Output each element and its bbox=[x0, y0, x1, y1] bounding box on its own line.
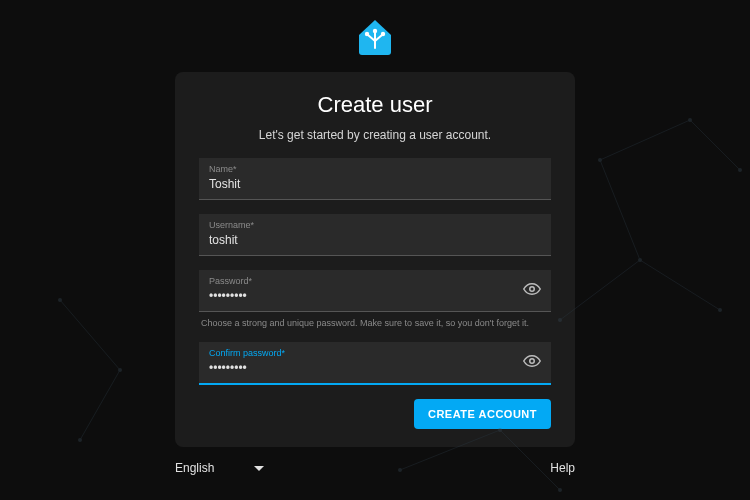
svg-point-24 bbox=[373, 29, 377, 33]
svg-point-18 bbox=[58, 298, 62, 302]
confirm-password-input[interactable] bbox=[209, 359, 541, 377]
language-value: English bbox=[175, 461, 214, 475]
eye-icon[interactable] bbox=[523, 352, 541, 374]
confirm-password-label: Confirm password* bbox=[209, 348, 541, 358]
svg-line-0 bbox=[600, 120, 690, 160]
username-field[interactable]: Username* bbox=[199, 214, 551, 256]
svg-point-17 bbox=[558, 488, 562, 492]
create-user-card: Create user Let's get started by creatin… bbox=[175, 72, 575, 447]
name-input[interactable] bbox=[209, 175, 541, 193]
help-link[interactable]: Help bbox=[550, 461, 575, 475]
name-label: Name* bbox=[209, 164, 541, 174]
svg-point-12 bbox=[638, 258, 642, 262]
confirm-password-field[interactable]: Confirm password* bbox=[199, 342, 551, 385]
name-field[interactable]: Name* bbox=[199, 158, 551, 200]
svg-point-11 bbox=[738, 168, 742, 172]
footer: English Help bbox=[175, 461, 575, 475]
svg-line-2 bbox=[600, 160, 640, 260]
svg-point-14 bbox=[718, 308, 722, 312]
password-helper: Choose a strong and unique password. Mak… bbox=[201, 318, 551, 328]
svg-point-10 bbox=[688, 118, 692, 122]
create-account-button[interactable]: Create Account bbox=[414, 399, 551, 429]
svg-point-19 bbox=[118, 368, 122, 372]
home-assistant-logo-icon bbox=[355, 18, 395, 56]
svg-point-27 bbox=[530, 286, 535, 291]
chevron-down-icon bbox=[254, 466, 264, 471]
password-input[interactable] bbox=[209, 287, 541, 305]
svg-line-1 bbox=[690, 120, 740, 170]
page-title: Create user bbox=[199, 92, 551, 118]
password-field[interactable]: Password* bbox=[199, 270, 551, 312]
page-subtitle: Let's get started by creating a user acc… bbox=[199, 128, 551, 142]
svg-point-25 bbox=[365, 32, 369, 36]
language-select[interactable]: English bbox=[175, 461, 264, 475]
svg-point-20 bbox=[78, 438, 82, 442]
svg-line-7 bbox=[60, 300, 120, 370]
svg-point-9 bbox=[598, 158, 602, 162]
password-label: Password* bbox=[209, 276, 541, 286]
username-input[interactable] bbox=[209, 231, 541, 249]
svg-line-8 bbox=[80, 370, 120, 440]
eye-icon[interactable] bbox=[523, 280, 541, 302]
svg-point-26 bbox=[381, 32, 385, 36]
svg-line-4 bbox=[640, 260, 720, 310]
svg-point-28 bbox=[530, 358, 535, 363]
username-label: Username* bbox=[209, 220, 541, 230]
